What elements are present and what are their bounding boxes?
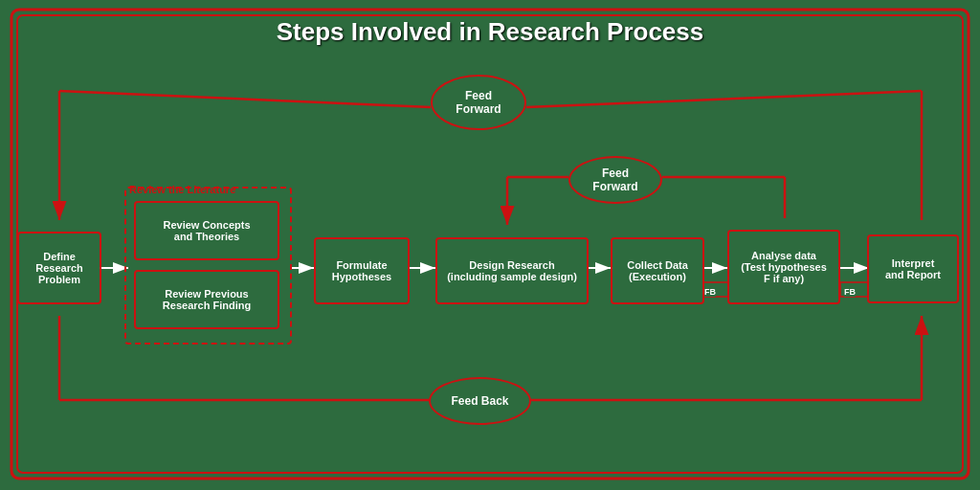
analyse-box: Analyse data (Test hypotheses F if any) xyxy=(727,230,840,304)
review-previous-box: Review Previous Research Finding xyxy=(134,270,279,329)
formulate-box: Formulate Hypotheses xyxy=(314,237,410,304)
collect-box: Collect Data (Execution) xyxy=(611,237,704,304)
diagram-container: Steps Involved in Research Process xyxy=(0,0,980,490)
fb-label-2: FB xyxy=(844,287,856,297)
fb-label-1: FB xyxy=(704,287,716,297)
feed-forward-top-oval: Feed Forward xyxy=(431,75,526,130)
design-box: Design Research (including sample design… xyxy=(435,237,589,304)
svg-line-6 xyxy=(59,91,431,107)
page-title: Steps Involved in Research Process xyxy=(0,0,980,47)
review-literature-label: Review the Literature xyxy=(129,184,235,195)
feed-back-oval: Feed Back xyxy=(429,377,531,425)
review-concepts-box: Review Concepts and Theories xyxy=(134,201,279,260)
feed-forward-mid-oval: Feed Forward xyxy=(568,156,662,204)
svg-line-5 xyxy=(526,91,922,107)
interpret-box: Interpret and Report xyxy=(867,234,959,303)
define-research-box: Define Research Problem xyxy=(17,232,101,304)
